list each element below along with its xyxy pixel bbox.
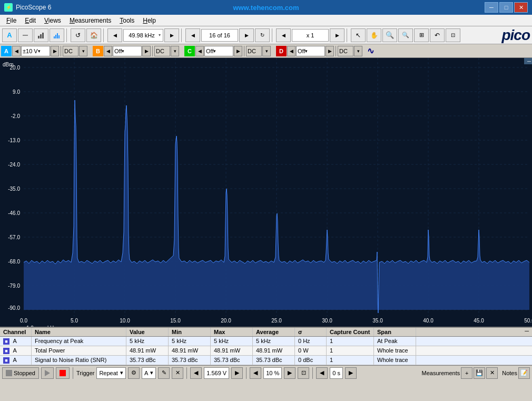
toolbar-spectrum-chart[interactable]	[50, 28, 64, 42]
svg-rect-5	[55, 35, 56, 38]
channel-c-label[interactable]: C	[184, 46, 195, 56]
row3-average: 35.73 dBc	[253, 356, 295, 365]
channel-d-coupling-arrow[interactable]: ▾	[354, 46, 362, 56]
channel-a-right[interactable]: ▶	[51, 46, 59, 56]
toolbar-frame-dropdown[interactable]: 16 of 16	[201, 29, 238, 42]
toolbar-bar-chart[interactable]	[34, 28, 48, 42]
time-dropdown[interactable]: 0 s	[330, 367, 343, 379]
toolbar-zoom-out[interactable]: 🔍	[398, 28, 413, 42]
toolbar-refresh2[interactable]: ↻	[255, 28, 270, 42]
y-label-2: -2.0	[11, 113, 21, 119]
zoom-left-btn[interactable]: ◀	[250, 367, 261, 379]
channel-d-right[interactable]: ▶	[326, 46, 334, 56]
channel-b-left[interactable]: ◀	[104, 46, 112, 56]
channel-d-setting[interactable]: Off ▾	[296, 46, 325, 56]
zoom-fit-btn[interactable]: ⊡	[298, 367, 309, 379]
toolbar: A ↺ 🏠 ◀ 49.98 kHz ▾ ▶ ◀ 16 of 16 ▶ ↻ ◀ x…	[0, 26, 532, 44]
toolbar-undo[interactable]: ↶	[430, 28, 445, 42]
title-bar: ⚡ PicoScope 6 www.tehencom.com ─ □ ✕	[0, 0, 532, 15]
toolbar-ruler[interactable]: ⊡	[446, 28, 460, 42]
zoom-dropdown[interactable]: 10 %	[263, 367, 282, 379]
notes-btn[interactable]: 📝	[518, 367, 530, 379]
toolbar-zoom-right[interactable]: ▶	[330, 28, 344, 42]
row2-min: 48.91 mW	[169, 346, 211, 355]
channel-b-label[interactable]: B	[93, 46, 103, 56]
menu-tools[interactable]: Tools	[115, 16, 139, 25]
trigger-dropdown[interactable]: Repeat ▾	[96, 367, 125, 379]
toolbar-freq-dropdown[interactable]: 49.98 kHz ▾	[123, 29, 163, 42]
menu-file[interactable]: File	[2, 16, 21, 25]
toolbar-frame-left[interactable]: ◀	[185, 28, 200, 42]
voltage-dropdown[interactable]: 1.569 V	[204, 367, 229, 379]
channel-c-right[interactable]: ▶	[234, 46, 242, 56]
toolbar-settings[interactable]: 🏠	[86, 28, 101, 42]
toolbar-freq-right[interactable]: ▶	[164, 28, 179, 42]
time-value: 0 s	[332, 370, 340, 376]
channel-bar: A ◀ ±10 V ▾ ▶ DC ▾ B ◀ Off ▾ ▶ DC ▾ C ◀ …	[0, 44, 532, 58]
menu-edit[interactable]: Edit	[21, 16, 40, 25]
toolbar-freq-left[interactable]: ◀	[107, 28, 122, 42]
channel-sep-2	[152, 46, 153, 56]
y-label-3: -13.0	[8, 138, 20, 143]
stop-icon	[6, 370, 12, 376]
col-average: Average	[253, 328, 295, 336]
trigger-settings-btn[interactable]: ⚙	[128, 367, 140, 379]
x-label-9: 45.0	[474, 318, 484, 324]
meas-save-btn[interactable]: 💾	[474, 367, 485, 379]
channel-a-label[interactable]: A	[1, 46, 12, 56]
channel-d-left[interactable]: ◀	[287, 46, 295, 56]
spectrum-chart[interactable]: 20.0 9.0 -2.0 -13.0 -24.0 -35.0 -46.0 -5…	[0, 58, 532, 327]
trigger-label: Trigger	[76, 370, 94, 376]
toolbar-frame-value: 16 of 16	[204, 32, 235, 38]
channel-b-setting[interactable]: Off ▾	[113, 46, 142, 56]
restore-button[interactable]: □	[499, 2, 513, 13]
toolbar-refresh[interactable]: ↺	[71, 28, 85, 42]
channel-c-left[interactable]: ◀	[195, 46, 204, 56]
voltage-left-btn[interactable]: ◀	[190, 367, 202, 379]
toolbar-frame-right[interactable]: ▶	[239, 28, 254, 42]
toolbar-ch-a[interactable]: A	[2, 28, 17, 42]
trigger-channel-dropdown[interactable]: A ▾	[142, 367, 156, 379]
close-button[interactable]: ✕	[514, 2, 528, 13]
channel-c-setting[interactable]: Off ▾	[204, 46, 233, 56]
menu-bar: File Edit Views Measurements Tools Help	[0, 15, 532, 26]
time-right-btn[interactable]: ▶	[345, 367, 357, 379]
zoom-right-btn[interactable]: ▶	[284, 367, 295, 379]
minimize-button[interactable]: ─	[485, 2, 498, 13]
row2-max: 48.91 mW	[211, 346, 253, 355]
run-button[interactable]	[41, 367, 54, 379]
channel-a-voltage[interactable]: ±10 V ▾	[21, 46, 50, 56]
measurements-collapse[interactable]: ─	[521, 328, 532, 336]
stop-button[interactable]	[56, 367, 70, 379]
channel-b-right[interactable]: ▶	[142, 46, 151, 56]
toolbar-ch-b[interactable]	[18, 28, 33, 42]
channel-d-label[interactable]: D	[276, 46, 287, 56]
menu-help[interactable]: Help	[139, 16, 160, 25]
meas-clear-btn[interactable]: ✕	[486, 367, 498, 379]
trigger-edit-btn[interactable]: ✎	[158, 367, 170, 379]
meas-add-btn[interactable]: +	[461, 367, 472, 379]
toolbar-zoom-left[interactable]: ◀	[276, 28, 291, 42]
x-label-1: 5.0	[71, 318, 78, 324]
time-left-btn[interactable]: ◀	[316, 367, 328, 379]
run-icon	[45, 370, 50, 376]
row3-channel: ■ A	[0, 356, 32, 365]
x-label-7: 35.0	[372, 318, 383, 324]
toolbar-zoom-in[interactable]: 🔍	[382, 28, 397, 42]
channel-b-coupling-arrow[interactable]: ▾	[171, 46, 179, 56]
channel-a-coupling-arrow[interactable]: ▾	[79, 46, 87, 56]
toolbar-zoom-sel[interactable]: ⊞	[414, 28, 429, 42]
toolbar-cursor[interactable]: ↖	[351, 28, 366, 42]
trigger-del-btn[interactable]: ✕	[172, 367, 183, 379]
menu-views[interactable]: Views	[40, 16, 65, 25]
channel-a-left[interactable]: ◀	[12, 46, 21, 56]
toolbar-sep-3	[181, 28, 183, 42]
channel-c-coupling-arrow[interactable]: ▾	[262, 46, 271, 56]
toolbar-zoom-dropdown[interactable]: x 1	[292, 29, 329, 42]
trigger-mode: Repeat	[99, 370, 117, 376]
toolbar-pan[interactable]: ✋	[367, 28, 381, 42]
menu-measurements[interactable]: Measurements	[65, 16, 115, 25]
status-sep-2	[186, 367, 187, 379]
row1-max: 5 kHz	[211, 337, 253, 346]
voltage-right-btn[interactable]: ▶	[231, 367, 243, 379]
